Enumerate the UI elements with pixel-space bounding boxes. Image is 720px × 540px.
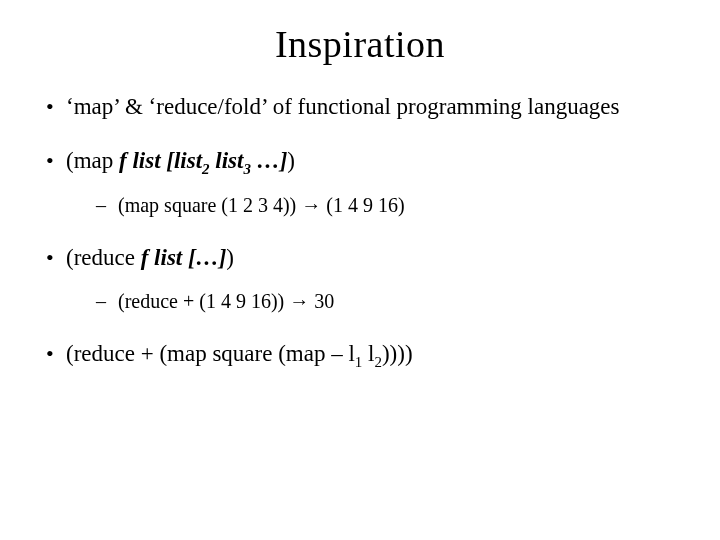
bullet-map-reduce-origin: ‘map’ & ‘reduce/fold’ of functional prog… — [40, 94, 680, 120]
slide-title: Inspiration — [40, 22, 680, 66]
text-paren: ) — [287, 148, 295, 173]
text-sub3: 3 — [243, 161, 250, 177]
sub-list: (map square (1 2 3 4)) → (1 4 9 16) — [66, 193, 680, 217]
text-close: …] — [251, 148, 287, 173]
bullet-map-signature: (map f list [list2 list3 …]) (map square… — [40, 148, 680, 216]
text-paren: ) — [226, 245, 234, 270]
sub-text: (map square (1 2 3 4)) → (1 4 9 16) — [118, 194, 405, 216]
text-mid: list — [210, 148, 244, 173]
sub-list: (reduce + (1 4 9 16)) → 30 — [66, 289, 680, 313]
text-b: l — [362, 341, 374, 366]
text-sub2: 2 — [202, 161, 209, 177]
text-arg: f list [list — [119, 148, 202, 173]
bullet-text: ‘map’ & ‘reduce/fold’ of functional prog… — [66, 94, 620, 119]
text-c: )))) — [382, 341, 413, 366]
text-sub2: 2 — [374, 354, 381, 370]
bullet-reduce-example: (reduce + (1 4 9 16)) → 30 — [66, 289, 680, 313]
text-open: (map — [66, 148, 119, 173]
text-a: (reduce + (map square (map – l — [66, 341, 355, 366]
bullet-map-example: (map square (1 2 3 4)) → (1 4 9 16) — [66, 193, 680, 217]
bullet-list: ‘map’ & ‘reduce/fold’ of functional prog… — [40, 94, 680, 368]
bullet-composed-example: (reduce + (map square (map – l1 l2)))) — [40, 341, 680, 367]
bullet-reduce-signature: (reduce f list […]) (reduce + (1 4 9 16)… — [40, 245, 680, 313]
text-arg: f list […] — [141, 245, 227, 270]
slide: Inspiration ‘map’ & ‘reduce/fold’ of fun… — [0, 0, 720, 540]
sub-text: (reduce + (1 4 9 16)) → 30 — [118, 290, 334, 312]
text-open: (reduce — [66, 245, 141, 270]
